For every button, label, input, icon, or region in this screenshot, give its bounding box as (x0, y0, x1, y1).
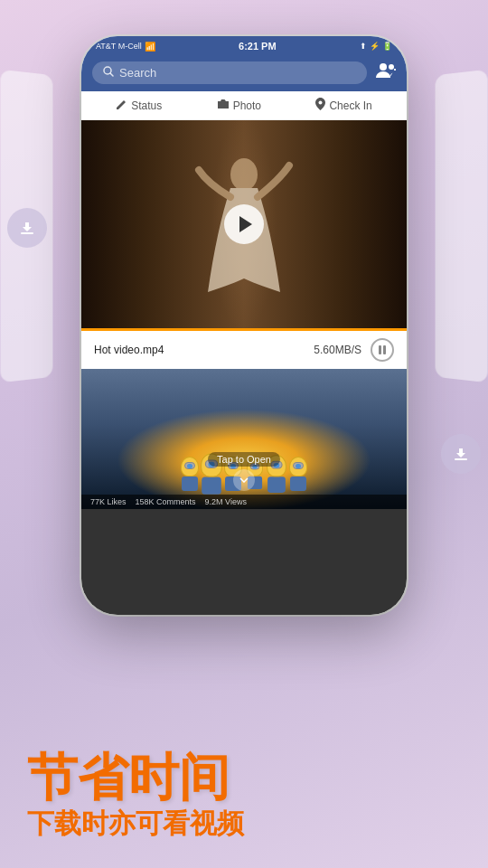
status-bar-left: AT&T M-Cell 📶 (96, 42, 155, 52)
pause-bar-left (379, 345, 381, 354)
carrier-text: AT&T M-Cell (96, 42, 142, 51)
search-input-wrap[interactable]: Search (92, 61, 367, 84)
pause-bar-right (383, 345, 386, 354)
svg-point-5 (389, 64, 394, 70)
bg-card-right (436, 70, 488, 383)
search-placeholder: Search (119, 66, 156, 80)
status-bar-right: ⬆ ⚡ 🔋 (360, 42, 392, 51)
search-icon (103, 66, 114, 80)
tab-bar: Status Photo Check In (81, 91, 407, 120)
likes-count: 77K Likes (90, 497, 127, 506)
battery-icon: 🔋 (382, 42, 392, 51)
tap-to-open-text: Tap to Open (208, 452, 280, 467)
tap-chevron[interactable] (233, 469, 255, 491)
play-button[interactable] (224, 204, 264, 244)
comments-count: 158K Comments (136, 497, 196, 506)
time-display: 6:21 PM (239, 41, 277, 52)
svg-point-9 (319, 101, 323, 105)
svg-point-10 (230, 158, 258, 191)
promo-text-area: 节省时间 下载时亦可看视频 (0, 750, 488, 841)
side-download-right-button[interactable] (441, 434, 481, 474)
promo-main-text: 节省时间 (27, 750, 461, 806)
svg-rect-1 (455, 458, 467, 460)
camera-icon (217, 99, 230, 112)
bluetooth-icon: ⚡ (370, 42, 380, 51)
tab-checkin-label: Check In (329, 99, 371, 112)
pin-icon (315, 98, 325, 113)
svg-rect-0 (21, 232, 33, 234)
download-filename: Hot video.mp4 (94, 344, 164, 356)
main-video[interactable] (81, 120, 407, 328)
wifi-icon: 📶 (145, 42, 155, 52)
tab-status-label: Status (131, 99, 162, 112)
tap-to-open-area: Tap to Open (81, 450, 407, 491)
side-download-left-button[interactable] (7, 208, 47, 248)
search-bar: Search (81, 56, 407, 91)
phone-mockup: AT&T M-Cell 📶 6:21 PM ⬆ ⚡ 🔋 Search (81, 36, 407, 615)
friends-icon[interactable] (376, 62, 396, 83)
promo-sub-text: 下载时亦可看视频 (27, 806, 461, 841)
stats-bar: 77K Likes 158K Comments 9.2M Views (81, 495, 407, 509)
play-icon (239, 216, 252, 232)
views-count: 9.2M Views (205, 497, 247, 506)
svg-line-3 (110, 73, 113, 76)
status-bar: AT&T M-Cell 📶 6:21 PM ⬆ ⚡ 🔋 (81, 36, 407, 56)
tab-status[interactable]: Status (116, 99, 162, 113)
content-area: Hot video.mp4 5.60MB/S (81, 120, 407, 615)
tab-photo-label: Photo (233, 99, 261, 112)
tab-photo[interactable]: Photo (217, 99, 261, 112)
download-bar: Hot video.mp4 5.60MB/S (81, 328, 407, 369)
second-video[interactable]: Tap to Open 77K Likes 158K Comments 9.2M… (81, 369, 407, 509)
download-speed: 5.60MB/S (314, 344, 361, 356)
svg-point-4 (380, 63, 387, 71)
pause-button[interactable] (371, 338, 394, 362)
pencil-icon (116, 99, 127, 113)
tab-checkin[interactable]: Check In (315, 98, 371, 113)
phone-inner: AT&T M-Cell 📶 6:21 PM ⬆ ⚡ 🔋 Search (81, 36, 407, 615)
location-icon: ⬆ (360, 42, 367, 51)
